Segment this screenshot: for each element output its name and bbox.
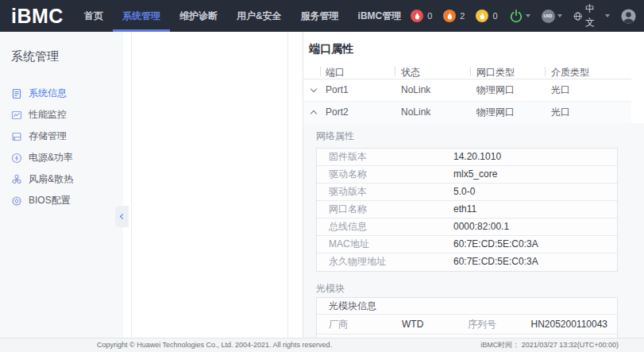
port-row-port2[interactable]: Port2 NoLink 物理网口 光口 [303,102,631,123]
critical-alarm-flame-icon [411,10,423,22]
port-table-header: 端口 状态 网口类型 介质类型 [303,66,631,79]
row-label: 固件版本 [329,149,367,165]
sidebar-item-performance-monitoring[interactable]: 性能监控 [0,104,123,126]
table-row: 驱动版本 5.0-0 [317,184,617,201]
port2-detail-panel: 网络属性 固件版本 14.20.1010 驱动名称 mlx5_core 驱动版本… [303,123,644,338]
nav-item-system-management[interactable]: 系统管理 [113,0,170,32]
table-row: MAC地址 60:7E:CD:5E:C0:3A [317,236,617,253]
chevron-down-icon [605,14,610,17]
language-label: 中文 [585,2,600,29]
panel-divider [131,32,132,338]
power-icon [509,9,523,23]
optical-module-info-header: 光模块信息 [317,298,617,315]
sidebar-item-label: 电源&功率 [29,151,73,164]
uid-indicator-dropdown[interactable]: UID [542,10,562,23]
optical-module-title: 光模块 [316,282,345,296]
port-cell: Port2 [326,102,349,123]
column-header-port: 端口 [326,66,345,79]
column-header-net-type: 网口类型 [476,66,515,79]
row-value: 5.0-0 [453,184,475,200]
column-divider [545,67,546,76]
chart-icon [11,110,22,121]
port-cell: Port1 [326,79,349,101]
status-cell: NoLink [401,79,430,101]
media-type-cell: 光口 [551,102,570,123]
main-nav: 首页 系统管理 维护诊断 用户&安全 服务管理 iBMC管理 [75,0,411,32]
sidebar-item-label: 风扇&散热 [29,172,73,186]
row-value: 14.20.1010 [453,149,501,165]
table-row: 永久物理地址 60:7E:CD:5E:C0:3A [317,253,617,271]
document-icon [11,88,22,99]
major-alarm-flame-icon [443,10,456,22]
power-icon [11,153,22,164]
column-header-media-type: 介质类型 [551,66,589,79]
chevron-down-icon [557,14,562,17]
storage-icon [11,131,22,142]
ibmc-page: iBMC 首页 系统管理 维护诊断 用户&安全 服务管理 iBMC管理 0 2 [0,0,644,352]
panel-divider [287,32,288,338]
topbar-status-cluster: 0 2 0 UID [411,2,644,29]
chevron-left-icon [120,214,125,219]
sidebar-menu: 系统信息 性能监控 存储管理 电源&功率 [0,83,123,211]
vendor-value: WTD [402,315,423,334]
serial-value: HN205200110043 [530,315,607,334]
critical-alarm-indicator[interactable]: 0 [411,10,432,22]
network-properties-table: 固件版本 14.20.1010 驱动名称 mlx5_core 驱动版本 5.0-… [316,148,618,272]
sidebar-collapse-button[interactable] [115,206,129,227]
row-value: mlx5_core [453,166,497,183]
status-cell: NoLink [401,102,430,123]
uid-icon: UID [542,10,555,23]
sidebar-item-label: 存储管理 [29,130,67,143]
avatar-icon [621,9,636,24]
nav-item-ibmc-management[interactable]: iBMC管理 [349,0,411,32]
language-selector[interactable]: 中文 [573,2,610,29]
ibmc-logo: iBMC [11,0,64,32]
net-type-cell: 物理网口 [476,102,515,123]
serial-label: 序列号 [468,315,496,334]
globe-icon [573,10,582,22]
minor-alarm-indicator[interactable]: 0 [476,10,497,22]
critical-alarm-count: 0 [427,11,432,21]
top-navigation-bar: iBMC 首页 系统管理 维护诊断 用户&安全 服务管理 iBMC管理 0 2 [0,0,644,32]
row-value: eth11 [453,201,476,218]
nav-item-home[interactable]: 首页 [75,0,113,32]
nav-item-service-management[interactable]: 服务管理 [291,0,349,32]
power-control-dropdown[interactable] [509,9,530,23]
column-header-status: 状态 [401,66,420,79]
user-menu[interactable] [621,9,636,24]
table-row: 总线信息 0000:82:00.1 [317,219,617,236]
expand-icon[interactable] [310,86,317,92]
sidebar-item-fan-cooling[interactable]: 风扇&散热 [0,168,123,190]
copyright-text: Copyright © Huawei Technologies Co., Ltd… [97,338,332,352]
net-type-cell: 物理网口 [476,79,515,101]
sidebar-item-power-wattage[interactable]: 电源&功率 [0,147,123,168]
sidebar-item-label: 系统信息 [29,87,67,100]
nav-item-maintenance-diagnostics[interactable]: 维护诊断 [170,0,227,32]
table-row: 驱动名称 mlx5_core [317,166,617,184]
row-label: 驱动名称 [329,166,367,183]
minor-alarm-count: 0 [492,11,497,21]
sidebar-item-system-info[interactable]: 系统信息 [0,83,123,104]
sidebar-title: 系统管理 [11,49,59,64]
row-value: 60:7E:CD:5E:C0:3A [453,236,538,253]
nav-item-user-security[interactable]: 用户&安全 [227,0,291,32]
collapse-icon[interactable] [310,110,317,117]
major-alarm-indicator[interactable]: 2 [443,10,465,22]
vendor-label: 厂商 [329,315,348,334]
page-title: 端口属性 [309,42,353,56]
row-label: MAC地址 [329,236,369,253]
column-divider [395,67,395,76]
row-label: 永久物理地址 [329,253,386,270]
row-label: 总线信息 [329,219,367,235]
sidebar-item-bios-config[interactable]: BIOS配置 [0,190,123,211]
sidebar-item-label: BIOS配置 [29,194,71,207]
table-row: 网口名称 eth11 [317,201,617,219]
table-row: 固件版本 14.20.1010 [317,149,617,166]
column-divider [470,67,471,76]
fan-icon [11,174,22,185]
port-row-port1[interactable]: Port1 NoLink 物理网口 光口 [303,79,631,101]
sidebar-item-storage-management[interactable]: 存储管理 [0,126,123,147]
gear-icon [11,195,22,207]
row-value: 0000:82:00.1 [453,219,509,235]
table-row: 厂商 WTD 序列号 HN205200110043 [317,315,617,335]
